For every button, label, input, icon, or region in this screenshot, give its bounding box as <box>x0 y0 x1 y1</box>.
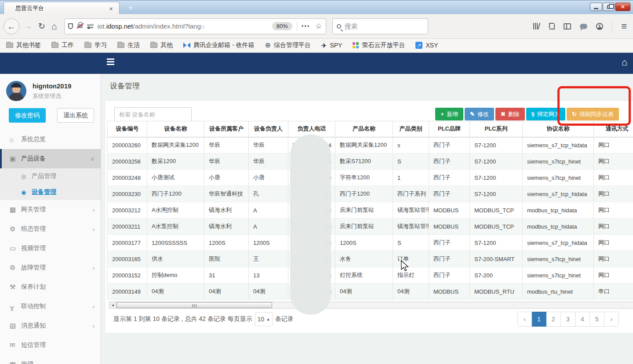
insecure-lock-icon[interactable] <box>77 24 83 28</box>
cell: 西门子 <box>429 235 470 251</box>
sidebar-item-label: 组态管理 <box>21 225 93 233</box>
zoom-level-badge[interactable]: 80% <box>272 22 292 30</box>
restore-button[interactable] <box>603 3 615 11</box>
horizontal-scrollbar[interactable]: ◄ ► <box>109 302 633 309</box>
sidebar-item-产品设备[interactable]: ▣产品设备∨ <box>0 149 101 168</box>
chevron-left-icon: ‹ <box>93 207 95 213</box>
new-tab-button[interactable]: + <box>125 3 136 14</box>
scrollbar-thumb[interactable] <box>116 302 272 308</box>
screenshot-icon[interactable] <box>548 23 555 29</box>
table-row[interactable]: 200003248小唐测试小唐小唐100字符串12001西门子S7-1200si… <box>108 170 633 186</box>
column-header-设备所属客户[interactable]: 设备所属客户 <box>204 121 249 137</box>
column-header-产品名称[interactable]: 产品名称 <box>335 121 393 137</box>
minimize-button[interactable] <box>590 3 602 11</box>
sidebar-item-组态管理[interactable]: ⚙组态管理‹ <box>0 219 101 239</box>
cell: modbus_tcp_hidata <box>523 218 594 235</box>
table-row[interactable]: 2000031771200SSSSSS1200S1200S881200SS西门子… <box>108 235 633 251</box>
toolbar-button-新增[interactable]: +新增 <box>435 108 463 120</box>
column-header-PLC品牌[interactable]: PLC品牌 <box>429 121 470 137</box>
toolbar-button-修改[interactable]: ✎修改 <box>465 108 494 120</box>
device-search-input[interactable] <box>114 107 192 122</box>
menu-hamburger-icon[interactable]: ≡ <box>621 22 627 31</box>
toolbar-button-删除[interactable]: ✖删除 <box>495 108 525 120</box>
sidebar-item-消息通知[interactable]: ▤消息通知‹ <box>0 316 101 335</box>
table-footer: 显示第 1 到第 10 条记录 , 总共 42 条记录 每页显示 10 ▲ 条记… <box>113 312 294 326</box>
table-row[interactable]: 200003230西门子1200华辰智通科技孔131西门子1200西门子系列西门… <box>108 186 633 202</box>
page-2[interactable]: 2 <box>546 312 561 327</box>
bookmark-item[interactable]: 萤石云开放平台 <box>353 41 405 49</box>
bookmark-item[interactable]: 生活 <box>117 41 140 49</box>
page-5[interactable]: 5 <box>590 312 604 327</box>
page-1[interactable]: 1 <box>532 312 546 327</box>
cell: 西门子 <box>429 251 470 267</box>
page-4[interactable]: 4 <box>575 312 590 327</box>
sidebar-item-管理[interactable]: ▦管理 <box>0 355 101 364</box>
bookmark-item[interactable]: 学习 <box>84 41 107 49</box>
table-row[interactable]: 200003211A水泵控制镇海水利A33庶来门前泵站镇海泵站管理MODBUSM… <box>108 218 633 235</box>
cell: 西门子1200 <box>147 186 204 202</box>
cell: 西门子 <box>429 186 470 202</box>
column-header-PLC系列[interactable]: PLC系列 <box>470 121 523 137</box>
page-size-select[interactable]: 10 ▲ <box>255 312 273 326</box>
logout-button[interactable]: 退出系统 <box>57 108 94 123</box>
close-button[interactable]: ✕ <box>615 3 630 11</box>
browser-search-box[interactable] <box>332 18 428 34</box>
sidebar-subitem-label: 产品管理 <box>32 172 56 180</box>
page-actions-icon[interactable]: ••• <box>302 23 310 29</box>
bookmark-item[interactable]: ✈SPY <box>321 42 342 49</box>
sidebar-item-视频管理[interactable]: ▭视频管理 <box>0 239 101 258</box>
sidebar-item-保养计划[interactable]: ⚒保养计划 <box>0 277 101 297</box>
cell: 网口 <box>594 170 633 186</box>
permissions-icon[interactable] <box>87 24 93 29</box>
sidebar-collapse-icon[interactable] <box>107 58 114 65</box>
sidebar-item-短信管理[interactable]: ✉短信管理 <box>0 335 101 355</box>
bookmark-item[interactable]: 其他 <box>150 41 173 49</box>
browser-home-button[interactable]: ⌂ <box>51 22 57 31</box>
sidebar-item-故障管理[interactable]: ⚙故障管理‹ <box>0 258 101 277</box>
table-row[interactable]: 200003260数据网关采集1200华辰华辰104数据网关采集1200s西门子… <box>108 137 633 153</box>
reload-button[interactable]: ↻ <box>38 22 45 30</box>
messages-icon[interactable] <box>580 24 587 29</box>
back-button[interactable]: ← <box>4 18 19 34</box>
table-row[interactable]: 200003165供水医院王41水务订单西门子S7-200-SMARTsieme… <box>108 251 633 267</box>
url-bar[interactable]: iot.idosp.net/admin/index.html?langu 80%… <box>64 18 326 34</box>
bookmark-label: 腾讯企业邮箱 - 收件箱 <box>193 41 254 49</box>
bookmark-item[interactable]: 腾讯企业邮箱 - 收件箱 <box>183 41 254 49</box>
library-icon[interactable] <box>533 23 539 29</box>
table-row[interactable]: 20000314904测04测04测15804测04测MODBUSMODBUS_… <box>108 284 633 300</box>
table-row[interactable]: 200003256数采1200华辰华辰104数采S71200S西门子S7-120… <box>108 153 633 170</box>
browser-search-input[interactable] <box>345 22 415 30</box>
account-icon[interactable] <box>596 23 603 30</box>
column-header-设备负责人[interactable]: 设备负责人 <box>249 121 288 137</box>
folder-icon <box>51 43 58 48</box>
forward-button[interactable]: → <box>24 22 32 30</box>
sidebar-subitem-产品管理[interactable]: ◎产品管理 <box>0 168 101 184</box>
sidebar-item-网关管理[interactable]: ▦网关管理‹ <box>0 200 101 219</box>
scroll-left-arrow[interactable]: ◄ <box>109 302 116 308</box>
cell: 200003165 <box>108 251 147 267</box>
browser-tab[interactable]: 思普云平台 × <box>4 2 120 15</box>
tracking-protection-icon[interactable] <box>68 23 73 29</box>
bookmark-item[interactable]: ⊕综合管理平台 <box>265 41 310 49</box>
cell: 西门子 <box>429 170 470 186</box>
bookmark-star-icon[interactable]: ☆ <box>315 22 322 31</box>
tab-close-icon[interactable]: × <box>107 5 115 12</box>
sidebar-subitem-设备管理[interactable]: ◉设备管理 <box>0 184 101 200</box>
table-row[interactable]: 200003152控制demo311318灯控系统指示灯西门子S7-200sie… <box>108 267 633 284</box>
column-header-产品类别[interactable]: 产品类别 <box>393 121 429 137</box>
page-3[interactable]: 3 <box>561 312 575 327</box>
bookmark-item[interactable]: ↗XSY <box>415 42 438 49</box>
sidebar-item-联动控制[interactable]: ╥联动控制‹ <box>0 297 101 316</box>
column-header-设备编号[interactable]: 设备编号 <box>108 121 147 137</box>
page-next[interactable]: › <box>604 312 619 327</box>
page-prev[interactable]: ‹ <box>517 312 532 327</box>
sidebar-toggle-icon[interactable] <box>564 23 571 29</box>
bookmark-item[interactable]: 工作 <box>51 41 74 49</box>
column-header-设备名称[interactable]: 设备名称 <box>147 121 204 137</box>
cell: 04测 <box>335 284 393 300</box>
bookmark-item[interactable]: 其他书签 <box>6 41 41 49</box>
change-password-button[interactable]: 修改密码 <box>9 108 46 123</box>
table-row[interactable]: 200003212A水闸控制镇海水利A33庶来门前泵站镇海泵站管理MODBUSM… <box>108 202 633 218</box>
sidebar-item-系统总览[interactable]: ⌂系统总览 <box>0 130 101 149</box>
app-home-icon[interactable]: ⌂ <box>622 58 627 67</box>
